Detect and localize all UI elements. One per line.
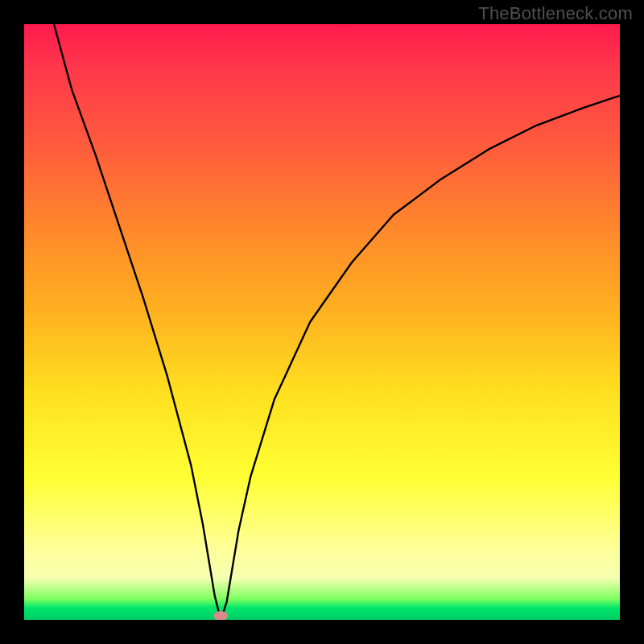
- watermark-text: TheBottleneck.com: [478, 3, 633, 24]
- chart-frame: TheBottleneck.com: [0, 0, 644, 644]
- min-marker: [213, 611, 228, 620]
- plot-area: [24, 24, 620, 620]
- bottleneck-curve: [54, 24, 620, 620]
- curve-layer: [24, 24, 620, 620]
